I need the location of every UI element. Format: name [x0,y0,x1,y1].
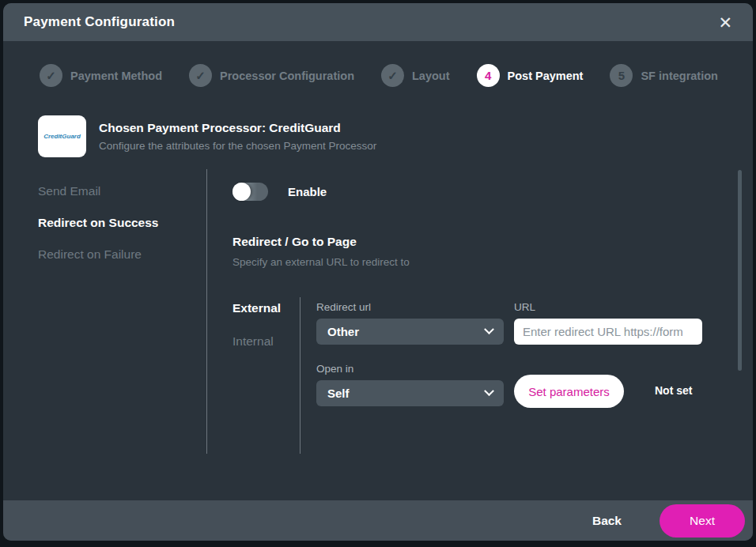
step-payment-method[interactable]: ✓ Payment Method [40,64,162,87]
step-sf-integration[interactable]: 5 SF integration [610,64,717,87]
processor-info: CreditGuard Chosen Payment Processor: Cr… [38,115,376,157]
payment-configuration-modal: Payment Configuration ✕ ✓ Payment Method… [3,3,753,541]
close-icon[interactable]: ✕ [718,14,732,31]
post-payment-menu: Send Email Redirect on Success Redirect … [38,183,158,262]
open-in-select[interactable]: Self [316,380,504,406]
set-parameters-button[interactable]: Set parameters [514,375,624,408]
chevron-down-icon [484,324,494,334]
processor-text: Chosen Payment Processor: CreditGuard Co… [99,121,376,152]
toggle-knob [232,183,251,201]
enable-label: Enable [288,185,327,198]
tab-external[interactable]: External [232,301,281,315]
enable-toggle-row: Enable [232,183,327,201]
menu-item-redirect-on-success[interactable]: Redirect on Success [38,215,158,231]
check-icon: ✓ [381,64,404,87]
vertical-scrollbar[interactable] [738,170,742,371]
check-icon: ✓ [40,64,62,87]
step-layout[interactable]: ✓ Layout [381,64,450,87]
parameters-status: Not set [655,384,692,397]
next-button[interactable]: Next [660,504,745,538]
step-number-badge: 5 [610,64,633,87]
section-subtitle: Specify an external URL to redirect to [232,256,410,268]
tab-internal[interactable]: Internal [232,334,274,349]
wizard-stepper: ✓ Payment Method ✓ Processor Configurati… [40,64,740,87]
modal-footer: Back Next [3,500,753,541]
creditguard-logo: CreditGuard [38,115,86,157]
menu-item-send-email[interactable]: Send Email [38,183,158,199]
step-number-badge: 4 [477,64,500,87]
enable-toggle[interactable] [232,183,268,201]
menu-item-redirect-on-failure[interactable]: Redirect on Failure [38,247,158,262]
redirect-url-select[interactable]: Other [316,319,504,345]
menu-divider [206,169,207,454]
payment-configuration-modal-screen: Payment Configuration ✕ ✓ Payment Method… [0,0,756,547]
redirect-url-label: Redirect url [316,301,371,313]
back-button[interactable]: Back [592,514,622,528]
open-in-label: Open in [316,363,353,375]
processor-title: Chosen Payment Processor: CreditGuard [99,121,376,135]
url-input[interactable] [514,319,702,345]
step-processor-configuration[interactable]: ✓ Processor Configuration [189,64,354,87]
modal-header: Payment Configuration ✕ [3,3,753,41]
tabs-divider [300,297,301,454]
section-title: Redirect / Go to Page [232,235,357,249]
modal-title: Payment Configuration [24,14,175,30]
check-icon: ✓ [189,64,212,87]
url-label: URL [514,301,535,313]
step-post-payment[interactable]: 4 Post Payment [477,64,584,87]
processor-subtitle: Configure the attributes for the chosen … [99,140,376,152]
chevron-down-icon [484,386,494,396]
